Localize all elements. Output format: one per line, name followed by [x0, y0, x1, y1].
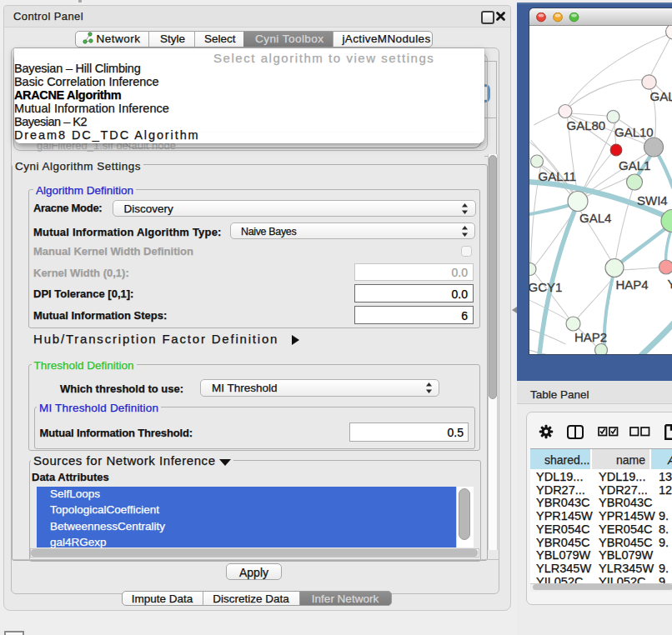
- svg-text:GAL1: GAL1: [619, 158, 650, 172]
- svg-text:GAL80: GAL80: [566, 118, 605, 132]
- svg-text:GAL2: GAL2: [649, 89, 672, 103]
- svg-text:GAL4: GAL4: [579, 211, 611, 225]
- svg-text:GCY1: GCY1: [529, 280, 562, 294]
- svg-text:SWI4: SWI4: [637, 193, 668, 208]
- svg-text:Y: Y: [667, 277, 672, 291]
- svg-text:HAP2: HAP2: [574, 330, 607, 344]
- svg-text:HAP4: HAP4: [615, 278, 648, 292]
- svg-text:GAL11: GAL11: [538, 169, 576, 183]
- svg-text:GAL10: GAL10: [614, 125, 654, 139]
